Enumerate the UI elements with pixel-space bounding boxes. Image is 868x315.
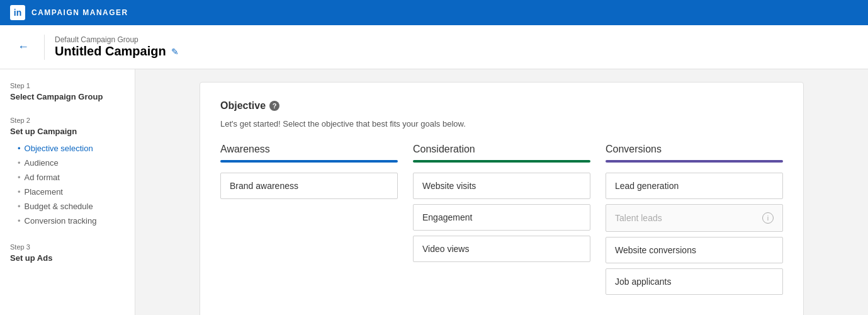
- consideration-bar: [413, 160, 590, 163]
- awareness-column: Awareness Brand awareness: [220, 144, 398, 300]
- objective-card: Objective ? Let's get started! Select th…: [200, 82, 804, 315]
- main-layout: Step 1 Select Campaign Group Step 2 Set …: [0, 69, 868, 315]
- lead-generation-option[interactable]: Lead generation: [606, 173, 783, 199]
- top-navigation: in CAMPAIGN MANAGER: [0, 0, 868, 25]
- job-applicants-option[interactable]: Job applicants: [606, 268, 783, 295]
- sidebar-item-conversion-tracking[interactable]: Conversion tracking: [10, 214, 125, 228]
- talent-leads-label: Talent leads: [615, 213, 662, 223]
- sidebar-item-ad-format[interactable]: Ad format: [10, 170, 125, 185]
- step3-label: Step 3: [10, 243, 125, 251]
- talent-leads-info-icon: i: [762, 212, 774, 224]
- campaign-name: Untitled Campaign: [55, 44, 166, 59]
- sidebar-step1: Step 1 Select Campaign Group: [10, 82, 125, 101]
- sidebar: Step 1 Select Campaign Group Step 2 Set …: [0, 69, 135, 315]
- header-info: Default Campaign Group Untitled Campaign…: [55, 35, 179, 59]
- header-title-row: Untitled Campaign ✎: [55, 44, 179, 59]
- sidebar-item-placement[interactable]: Placement: [10, 185, 125, 199]
- step3-name: Set up Ads: [10, 253, 125, 263]
- sidebar-item-objective-selection[interactable]: Objective selection: [10, 141, 125, 156]
- back-button[interactable]: ←: [13, 38, 34, 56]
- objective-description: Let's get started! Select the objective …: [220, 119, 783, 129]
- conversions-header: Conversions: [606, 144, 783, 155]
- brand-awareness-option[interactable]: Brand awareness: [220, 173, 398, 199]
- edit-campaign-name-icon[interactable]: ✎: [171, 47, 179, 57]
- sidebar-step2: Step 2 Set up Campaign Objective selecti…: [10, 117, 125, 228]
- consideration-header: Consideration: [413, 144, 590, 155]
- step1-label: Step 1: [10, 82, 125, 89]
- objective-title-text: Objective: [220, 100, 266, 112]
- sidebar-item-audience[interactable]: Audience: [10, 156, 125, 170]
- talent-leads-option: Talent leads i: [606, 204, 783, 232]
- consideration-column: Consideration Website visits Engagement …: [413, 144, 590, 300]
- header-divider: [44, 35, 45, 60]
- awareness-bar: [220, 160, 398, 163]
- objective-help-icon[interactable]: ?: [269, 101, 279, 111]
- page-header: ← Default Campaign Group Untitled Campai…: [0, 25, 868, 69]
- linkedin-logo: in: [10, 5, 25, 20]
- awareness-header: Awareness: [220, 144, 398, 155]
- conversions-column: Conversions Lead generation Talent leads…: [606, 144, 783, 300]
- conversions-bar: [606, 160, 783, 163]
- step2-label: Step 2: [10, 117, 125, 124]
- engagement-option[interactable]: Engagement: [413, 204, 590, 231]
- objective-title-row: Objective ?: [220, 100, 783, 112]
- campaign-group-label: Default Campaign Group: [55, 35, 179, 44]
- step2-name: Set up Campaign: [10, 127, 125, 136]
- step1-name: Select Campaign Group: [10, 92, 125, 101]
- website-visits-option[interactable]: Website visits: [413, 173, 590, 199]
- content-area: Objective ? Let's get started! Select th…: [135, 69, 868, 315]
- video-views-option[interactable]: Video views: [413, 236, 590, 262]
- step2-subnav: Objective selection Audience Ad format P…: [10, 141, 125, 228]
- app-title: CAMPAIGN MANAGER: [31, 8, 128, 17]
- sidebar-item-budget-schedule[interactable]: Budget & schedule: [10, 199, 125, 214]
- objective-columns: Awareness Brand awareness Consideration …: [220, 144, 783, 300]
- website-conversions-option[interactable]: Website conversions: [606, 237, 783, 263]
- sidebar-step3: Step 3 Set up Ads: [10, 243, 125, 263]
